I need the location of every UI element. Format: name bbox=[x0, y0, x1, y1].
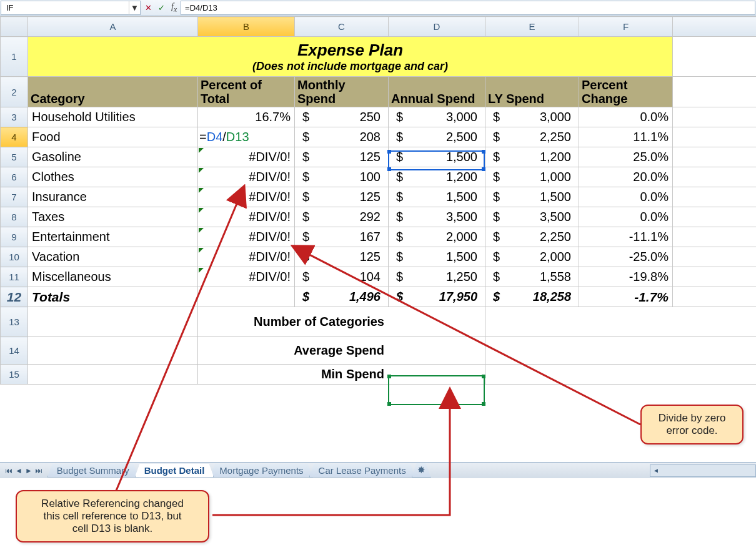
cell-ly[interactable]: $1,000 bbox=[485, 167, 579, 187]
cell-change[interactable]: -19.8% bbox=[579, 267, 673, 287]
tab-prev-icon[interactable]: ◄ bbox=[15, 466, 22, 475]
totals-monthly[interactable]: $1,496 bbox=[295, 287, 389, 307]
row-header[interactable]: 4 bbox=[1, 127, 28, 147]
cell-error[interactable]: #DIV/0! bbox=[198, 187, 295, 207]
cell[interactable] bbox=[485, 365, 757, 385]
spreadsheet-grid[interactable]: A B C D E F 1 Expense Plan (Does not inc… bbox=[0, 16, 756, 385]
cell-change[interactable]: 0.0% bbox=[579, 187, 673, 207]
cell-category[interactable]: Insurance bbox=[28, 187, 198, 207]
row-header[interactable]: 6 bbox=[1, 167, 28, 187]
cell-ly[interactable]: $2,000 bbox=[485, 247, 579, 267]
cell[interactable] bbox=[673, 167, 757, 187]
label-num-categories[interactable]: Number of Categories bbox=[198, 307, 389, 337]
tab-nav-buttons[interactable]: ⏮ ◄ ► ⏭ bbox=[0, 466, 47, 475]
cell[interactable] bbox=[198, 287, 295, 307]
cell[interactable] bbox=[673, 107, 757, 127]
row-header[interactable]: 7 bbox=[1, 187, 28, 207]
cell-annual[interactable]: $1,500 bbox=[389, 187, 485, 207]
label-avg-spend[interactable]: Average Spend bbox=[198, 337, 389, 365]
col-header-E[interactable]: E bbox=[485, 17, 579, 37]
cell-annual[interactable]: $2,500 bbox=[389, 127, 485, 147]
row-header[interactable]: 14 bbox=[1, 337, 28, 365]
cell[interactable] bbox=[28, 307, 198, 337]
cell-error[interactable]: #DIV/0! bbox=[198, 267, 295, 287]
cell[interactable] bbox=[673, 187, 757, 207]
row-header[interactable]: 8 bbox=[1, 207, 28, 227]
cell-monthly[interactable]: $125 bbox=[295, 187, 389, 207]
cell-monthly[interactable]: $167 bbox=[295, 227, 389, 247]
formula-input[interactable]: =D4/D13 bbox=[181, 1, 755, 15]
cell-change[interactable]: 11.1% bbox=[579, 127, 673, 147]
cancel-icon[interactable]: ✕ bbox=[145, 3, 152, 12]
row-header[interactable]: 1 bbox=[1, 37, 28, 77]
new-sheet-icon[interactable]: ✸ bbox=[412, 463, 431, 478]
cell-error[interactable]: #DIV/0! bbox=[198, 167, 295, 187]
cell-monthly[interactable]: $125 bbox=[295, 147, 389, 167]
enter-icon[interactable]: ✓ bbox=[158, 3, 165, 12]
horizontal-scrollbar[interactable] bbox=[650, 464, 756, 477]
cell-annual[interactable]: $1,250 bbox=[389, 267, 485, 287]
cell-category[interactable]: Miscellaneous bbox=[28, 267, 198, 287]
row-header[interactable]: 12 bbox=[1, 287, 28, 307]
cell-monthly[interactable]: $250 bbox=[295, 107, 389, 127]
header-category[interactable]: Category bbox=[28, 77, 198, 107]
header-percent-change[interactable]: Percent Change bbox=[579, 77, 673, 107]
cell[interactable] bbox=[673, 37, 757, 77]
cell-ly[interactable]: $3,000 bbox=[485, 107, 579, 127]
cell-monthly[interactable]: $208 bbox=[295, 127, 389, 147]
cell-category[interactable]: Vacation bbox=[28, 247, 198, 267]
cell-monthly[interactable]: $100 bbox=[295, 167, 389, 187]
tab-last-icon[interactable]: ⏭ bbox=[35, 466, 42, 475]
label-min-spend[interactable]: Min Spend bbox=[198, 365, 389, 385]
cell[interactable]: 16.7% bbox=[198, 107, 295, 127]
cell-D13[interactable] bbox=[389, 307, 485, 337]
header-annual-spend[interactable]: Annual Spend bbox=[389, 77, 485, 107]
cell-category[interactable]: Household Utilities bbox=[28, 107, 198, 127]
row-header[interactable]: 3 bbox=[1, 107, 28, 127]
cell-monthly[interactable]: $292 bbox=[295, 207, 389, 227]
cell-change[interactable]: 25.0% bbox=[579, 147, 673, 167]
col-header-C[interactable]: C bbox=[295, 17, 389, 37]
cell[interactable] bbox=[28, 365, 198, 385]
cell-error[interactable]: #DIV/0! bbox=[198, 207, 295, 227]
row-header[interactable]: 5 bbox=[1, 147, 28, 167]
col-header-F[interactable]: F bbox=[579, 17, 673, 37]
col-header-A[interactable]: A bbox=[28, 17, 198, 37]
header-monthly-spend[interactable]: Monthly Spend bbox=[295, 77, 389, 107]
row-header[interactable]: 11 bbox=[1, 267, 28, 287]
header-ly-spend[interactable]: LY Spend bbox=[485, 77, 579, 107]
cell-B4-editing[interactable]: =D4/D13 bbox=[198, 127, 295, 147]
sheet-tab[interactable]: Budget Summary bbox=[47, 464, 139, 478]
cell-monthly[interactable]: $104 bbox=[295, 267, 389, 287]
cell[interactable] bbox=[389, 337, 485, 365]
tab-next-icon[interactable]: ► bbox=[25, 466, 32, 475]
cell[interactable] bbox=[673, 247, 757, 267]
cell-error[interactable]: #DIV/0! bbox=[198, 227, 295, 247]
name-box-dropdown-icon[interactable]: ▼ bbox=[129, 1, 140, 15]
header-percent-total[interactable]: Percent of Total bbox=[198, 77, 295, 107]
cell-change[interactable]: -25.0% bbox=[579, 247, 673, 267]
sheet-tab[interactable]: Mortgage Payments bbox=[210, 464, 312, 478]
row-header[interactable]: 9 bbox=[1, 227, 28, 247]
cell-category[interactable]: Food bbox=[28, 127, 198, 147]
name-box[interactable]: IF ▼ bbox=[1, 1, 141, 15]
cell-ly[interactable]: $2,250 bbox=[485, 227, 579, 247]
cell[interactable] bbox=[673, 147, 757, 167]
cell[interactable] bbox=[673, 267, 757, 287]
cell-annual[interactable]: $3,500 bbox=[389, 207, 485, 227]
cell[interactable] bbox=[673, 127, 757, 147]
totals-label[interactable]: Totals bbox=[28, 287, 198, 307]
select-all-corner[interactable] bbox=[1, 17, 28, 37]
cell[interactable] bbox=[673, 207, 757, 227]
cell[interactable] bbox=[673, 77, 757, 107]
fx-icon[interactable]: fx bbox=[171, 2, 177, 14]
row-header[interactable]: 10 bbox=[1, 247, 28, 267]
tab-first-icon[interactable]: ⏮ bbox=[5, 466, 12, 475]
cell-annual[interactable]: $1,500 bbox=[389, 147, 485, 167]
row-header[interactable]: 15 bbox=[1, 365, 28, 385]
totals-ly[interactable]: $18,258 bbox=[485, 287, 579, 307]
cell-monthly[interactable]: $125 bbox=[295, 247, 389, 267]
cell-ly[interactable]: $1,200 bbox=[485, 147, 579, 167]
cell-annual[interactable]: $1,500 bbox=[389, 247, 485, 267]
cell-category[interactable]: Taxes bbox=[28, 207, 198, 227]
